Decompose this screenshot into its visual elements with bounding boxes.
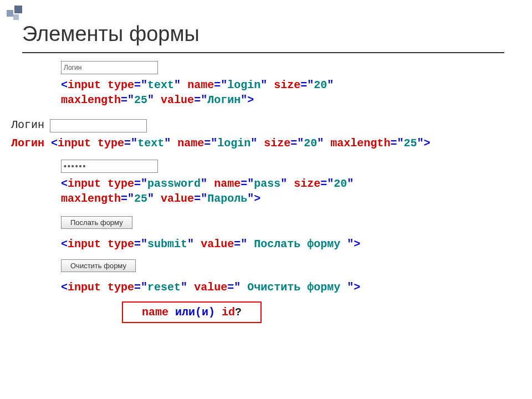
title-underline [22, 52, 504, 53]
slide-content: Логин <input type="text" name="login" si… [11, 61, 521, 323]
reset-button[interactable]: Очистить форму [61, 259, 136, 272]
code-input-submit: <input type="submit" value=" Послать фор… [61, 237, 521, 252]
code-input-text-no-value: Логин <input type="text" name="login" si… [11, 136, 521, 151]
submit-button[interactable]: Послать форму [61, 216, 132, 229]
login-label: Логин [11, 119, 44, 131]
code-input-reset: <input type="reset" value=" Очистить фор… [61, 280, 521, 295]
login-input-empty[interactable] [50, 119, 147, 132]
code-input-password: <input type="password" name="pass" size=… [61, 176, 521, 206]
login-input-prefilled[interactable]: Логин [61, 61, 158, 74]
password-input[interactable]: •••••• [61, 160, 158, 173]
code-input-text-with-value: <input type="text" name="login" size="20… [61, 78, 521, 108]
slide-title: Элементы формы [22, 22, 200, 46]
name-or-id-callout: name или(и) id? [122, 301, 262, 323]
